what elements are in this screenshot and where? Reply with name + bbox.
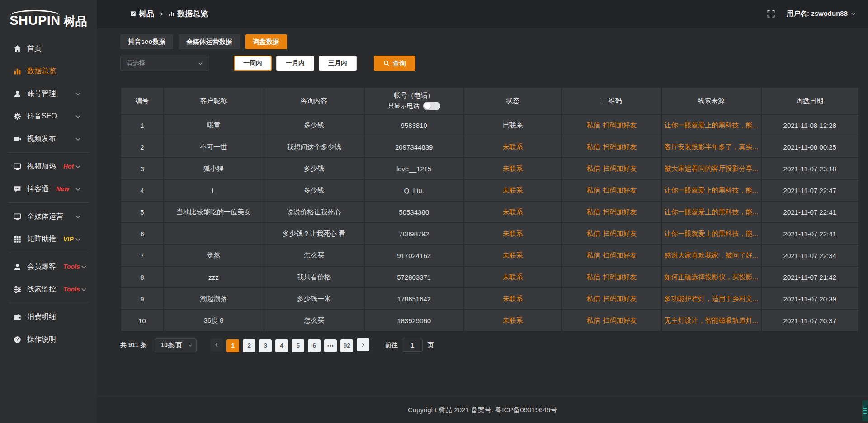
lead-source-link[interactable]: 让你一眼就爱上的黑科技，能... <box>665 230 759 237</box>
sidebar-item-label: 线索监控 <box>27 285 56 294</box>
period-button-quarter[interactable]: 三月内 <box>319 56 357 71</box>
goto-page-input[interactable] <box>402 339 423 352</box>
lead-source-link[interactable]: 让你一眼就爱上的黑科技，能... <box>665 208 759 216</box>
sidebar-item-label: 全媒体运营 <box>27 212 63 221</box>
sidebar-item-video-heat[interactable]: 视频加热Hot <box>0 155 97 178</box>
lead-source-link[interactable]: 多功能护栏灯，适用于乡村文... <box>665 295 759 302</box>
sidebar-item-badge: VIP <box>63 235 74 243</box>
chevron-down-icon <box>188 343 193 348</box>
scan-add-friend-link[interactable]: 扫码加好友 <box>603 230 637 237</box>
copyright-text: Copyright 树品 2021 备案号: 粤ICP备09019646号 <box>408 406 557 414</box>
next-page-button[interactable] <box>357 338 369 351</box>
cell-nickname: 觉然 <box>164 244 264 266</box>
sidebar-item-lead-monitor[interactable]: 线索监控Tools <box>0 278 97 301</box>
scan-add-friend-link[interactable]: 扫码加好友 <box>603 186 637 194</box>
logo[interactable]: SHUPIN 树品 <box>0 4 97 30</box>
breadcrumb-item-root[interactable]: 树品 <box>130 9 154 19</box>
lead-source-link[interactable]: 感谢大家喜欢我家，被问了好... <box>665 251 759 259</box>
private-message-link[interactable]: 私信 <box>587 230 600 237</box>
more-pages-button[interactable]: ••• <box>324 339 337 352</box>
period-button-week[interactable]: 一周内 <box>234 56 272 71</box>
page-button-1[interactable]: 1 <box>226 339 239 352</box>
cell-id: 9 <box>121 288 164 310</box>
cell-content: 怎么买 <box>264 244 364 266</box>
private-message-link[interactable]: 私信 <box>587 295 600 302</box>
user-menu[interactable]: 用户名: zswodun88 <box>787 9 856 18</box>
sidebar-item-douketong[interactable]: 抖客通New <box>0 178 97 200</box>
private-message-link[interactable]: 私信 <box>587 316 600 324</box>
phone-only-toggle[interactable] <box>423 102 440 110</box>
page-button-2[interactable]: 2 <box>243 339 255 352</box>
sidebar-item-data-overview[interactable]: 数据总览 <box>0 60 97 82</box>
filter-select[interactable]: 请选择 <box>120 56 209 71</box>
private-message-link[interactable]: 私信 <box>587 121 600 129</box>
scan-add-friend-link[interactable]: 扫码加好友 <box>603 208 637 216</box>
page-button-4[interactable]: 4 <box>275 339 288 352</box>
private-message-link[interactable]: 私信 <box>587 143 600 150</box>
tab-media-operation-data[interactable]: 全媒体运营数据 <box>179 34 240 49</box>
private-message-link[interactable]: 私信 <box>587 208 600 216</box>
sidebar-item-douyin-seo[interactable]: 抖音SEO <box>0 105 97 127</box>
goto-label: 前往 <box>385 341 397 349</box>
cell-nickname: 当地比较能吃的一位美女 <box>164 201 264 223</box>
sidebar-item-account-management[interactable]: 账号管理 <box>0 82 97 105</box>
footer: Copyright 树品 2021 备案号: 粤ICP备09019646号 <box>97 397 868 423</box>
sidebar-item-home[interactable]: 首页 <box>0 37 97 60</box>
breadcrumb-item-data-overview[interactable]: 数据总览 <box>169 9 208 19</box>
sidebar-item-matrix-boost[interactable]: 矩阵助推VIP <box>0 228 97 250</box>
scan-add-friend-link[interactable]: 扫码加好友 <box>603 316 637 324</box>
prev-page-button[interactable] <box>210 338 223 351</box>
cell-id: 5 <box>121 201 164 223</box>
filter-bar: 请选择 一周内一月内三月内 查询 <box>120 56 859 71</box>
sidebar-item-consumption-detail[interactable]: 消费明细 <box>0 306 97 328</box>
floating-widget-fragment[interactable] <box>862 400 868 421</box>
scan-add-friend-link[interactable]: 扫码加好友 <box>603 273 637 281</box>
cell-source: 让你一眼就爱上的黑科技，能... <box>661 114 761 136</box>
lead-source-link[interactable]: 让你一眼就爱上的黑科技，能... <box>665 121 759 129</box>
page-size-select[interactable]: 10条/页 <box>155 338 197 352</box>
scan-add-friend-link[interactable]: 扫码加好友 <box>603 143 637 150</box>
scan-add-friend-link[interactable]: 扫码加好友 <box>603 164 637 172</box>
sidebar-item-member-baoke[interactable]: 会员爆客Tools <box>0 255 97 278</box>
svg-text:?: ? <box>16 337 19 342</box>
page-button-6[interactable]: 6 <box>308 339 321 352</box>
private-message-link[interactable]: 私信 <box>587 164 600 172</box>
sidebar: SHUPIN 树品 首页数据总览账号管理抖音SEO视频发布视频加热Hot抖客通N… <box>0 0 97 423</box>
sidebar-item-operation-guide[interactable]: ?操作说明 <box>0 328 97 351</box>
lead-source-link[interactable]: 被大家追着问的客厅投影分享... <box>665 164 759 172</box>
inquiry-table: 编号客户昵称咨询内容帐号（电话）只显示电话状态二维码线索来源询盘日期 1哦章多少… <box>120 87 859 332</box>
page-button-5[interactable]: 5 <box>292 339 304 352</box>
breadcrumb: 树品>数据总览 <box>130 9 208 19</box>
fullscreen-icon[interactable] <box>767 10 775 18</box>
private-message-link[interactable]: 私信 <box>587 186 600 194</box>
goto-page: 前往 页 <box>385 339 434 352</box>
scan-add-friend-link[interactable]: 扫码加好友 <box>603 121 637 129</box>
sidebar-divider <box>8 303 89 303</box>
tab-inquiry-data[interactable]: 询盘数据 <box>245 34 287 49</box>
sidebar-item-label: 会员爆客 <box>27 262 56 272</box>
sidebar-item-media-operation[interactable]: 全媒体运营 <box>0 205 97 228</box>
page-button-92[interactable]: 92 <box>340 339 353 352</box>
cell-account: 9583810 <box>364 114 464 136</box>
search-button[interactable]: 查询 <box>374 56 415 71</box>
scan-add-friend-link[interactable]: 扫码加好友 <box>603 251 637 259</box>
lead-source-link[interactable]: 让你一眼就爱上的黑科技，能... <box>665 186 759 194</box>
cell-content: 多少钱 <box>264 158 364 179</box>
period-button-month[interactable]: 一月内 <box>276 56 314 71</box>
sidebar-item-label: 抖客通 <box>27 184 49 194</box>
scan-add-friend-link[interactable]: 扫码加好友 <box>603 295 637 302</box>
cell-account: 917024162 <box>364 244 464 266</box>
cell-nickname: 36度 8 <box>164 310 264 331</box>
sidebar-item-video-publish[interactable]: 视频发布 <box>0 127 97 150</box>
cell-id: 1 <box>121 114 164 136</box>
private-message-link[interactable]: 私信 <box>587 251 600 259</box>
page-button-3[interactable]: 3 <box>259 339 272 352</box>
tab-douyin-seo-data[interactable]: 抖音seo数据 <box>120 34 173 49</box>
lead-source-link[interactable]: 无主灯设计，智能磁吸轨道灯... <box>665 316 759 324</box>
cell-content: 多少钱 <box>264 179 364 201</box>
lead-source-link[interactable]: 客厅安装投影半年多了，真实... <box>665 143 759 150</box>
gear-icon <box>14 113 21 120</box>
private-message-link[interactable]: 私信 <box>587 273 600 281</box>
table-row: 5当地比较能吃的一位美女说说价格让我死心50534380未联系私信扫码加好友让你… <box>121 201 859 223</box>
lead-source-link[interactable]: 如何正确选择投影仪，买投影... <box>665 273 759 281</box>
